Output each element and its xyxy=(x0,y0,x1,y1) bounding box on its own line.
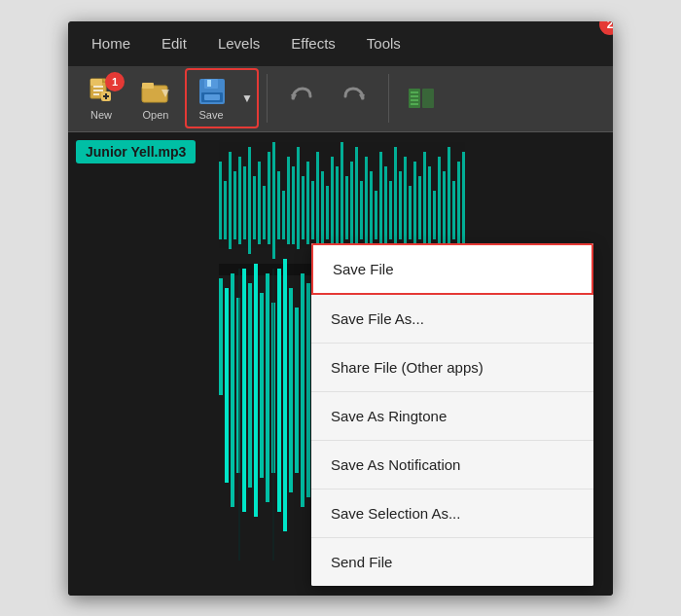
svg-rect-59 xyxy=(379,152,382,254)
svg-rect-54 xyxy=(355,147,358,244)
svg-rect-61 xyxy=(389,181,392,239)
app-window: Home Edit Levels Effects Tools 1 xyxy=(68,21,613,596)
waveform-area: Junior Yell.mp3 xyxy=(68,132,613,596)
redo-icon xyxy=(340,83,371,114)
dropdown-save-as-notification[interactable]: Save As Notification xyxy=(311,441,593,489)
toolbar-separator xyxy=(267,74,268,123)
svg-rect-32 xyxy=(248,147,251,254)
svg-rect-90 xyxy=(289,288,293,492)
svg-rect-86 xyxy=(266,273,269,502)
svg-rect-52 xyxy=(345,176,348,239)
svg-rect-37 xyxy=(272,142,275,259)
svg-rect-55 xyxy=(360,181,363,239)
save-dropdown-menu: Save File Save File As... Share File (Ot… xyxy=(311,243,593,586)
svg-rect-39 xyxy=(282,191,285,239)
svg-rect-35 xyxy=(263,186,266,239)
save-button-wrapper: Save ▼ 2 xyxy=(185,68,259,128)
svg-rect-60 xyxy=(384,166,387,244)
svg-rect-88 xyxy=(277,269,281,512)
redo-button[interactable] xyxy=(330,77,380,120)
svg-rect-65 xyxy=(409,186,412,239)
svg-rect-41 xyxy=(292,166,295,244)
svg-rect-66 xyxy=(413,162,416,244)
svg-rect-14 xyxy=(207,80,211,87)
svg-rect-70 xyxy=(433,191,436,239)
menu-edit[interactable]: Edit xyxy=(148,29,200,57)
svg-rect-67 xyxy=(418,176,421,239)
svg-rect-57 xyxy=(370,171,373,244)
svg-rect-45 xyxy=(311,181,314,239)
extra-icon xyxy=(407,83,438,114)
svg-rect-53 xyxy=(350,162,353,244)
svg-rect-83 xyxy=(248,283,252,488)
svg-rect-58 xyxy=(375,191,377,239)
svg-rect-10 xyxy=(142,83,154,89)
svg-rect-56 xyxy=(365,157,368,244)
svg-rect-71 xyxy=(438,157,441,244)
svg-rect-62 xyxy=(394,147,397,254)
dropdown-save-file-as[interactable]: Save File As... xyxy=(311,295,593,344)
new-button[interactable]: 1 New xyxy=(76,70,126,127)
dropdown-save-file[interactable]: Save File xyxy=(311,243,593,295)
svg-rect-80 xyxy=(231,273,234,507)
step1-badge: 1 xyxy=(105,72,125,91)
svg-rect-43 xyxy=(302,176,305,239)
extra-button[interactable] xyxy=(397,77,448,120)
menu-tools[interactable]: Tools xyxy=(353,29,414,57)
svg-rect-44 xyxy=(306,162,309,244)
dropdown-save-selection-as[interactable]: Save Selection As... xyxy=(311,489,593,538)
svg-rect-82 xyxy=(242,269,246,512)
open-icon xyxy=(140,76,171,107)
svg-rect-34 xyxy=(258,162,261,244)
save-button[interactable]: Save xyxy=(187,70,237,127)
svg-rect-91 xyxy=(295,308,299,473)
menu-effects[interactable]: Effects xyxy=(277,29,349,57)
menu-levels[interactable]: Levels xyxy=(204,29,273,57)
new-label: New xyxy=(90,109,112,121)
svg-rect-28 xyxy=(229,152,232,249)
svg-rect-92 xyxy=(301,273,305,507)
svg-rect-72 xyxy=(443,171,446,244)
svg-rect-51 xyxy=(340,142,343,259)
undo-icon xyxy=(285,83,316,114)
dropdown-send-file[interactable]: Send File xyxy=(311,538,593,586)
svg-rect-73 xyxy=(448,147,450,254)
svg-rect-63 xyxy=(399,171,402,239)
svg-rect-47 xyxy=(321,171,324,244)
menu-bar: Home Edit Levels Effects Tools xyxy=(68,21,613,66)
svg-rect-49 xyxy=(331,157,334,244)
dropdown-save-as-ringtone[interactable]: Save As Ringtone xyxy=(311,392,593,441)
toolbar-separator-2 xyxy=(388,74,389,123)
svg-rect-33 xyxy=(253,176,256,239)
svg-rect-78 xyxy=(219,278,223,395)
open-button[interactable]: Open xyxy=(130,70,181,127)
svg-rect-40 xyxy=(287,157,290,244)
svg-rect-1 xyxy=(90,79,102,86)
svg-rect-36 xyxy=(268,152,270,244)
svg-rect-50 xyxy=(336,166,339,244)
svg-rect-89 xyxy=(283,259,287,531)
svg-rect-46 xyxy=(316,152,319,249)
svg-rect-30 xyxy=(238,157,241,244)
svg-rect-120 xyxy=(238,269,240,561)
toolbar: 1 New xyxy=(68,66,613,132)
save-dropdown-arrow[interactable]: ▼ 2 xyxy=(237,91,257,105)
svg-rect-75 xyxy=(457,162,460,244)
save-icon xyxy=(197,76,228,107)
svg-rect-121 xyxy=(272,269,274,561)
svg-rect-31 xyxy=(243,166,246,239)
undo-button[interactable] xyxy=(275,77,326,120)
menu-home[interactable]: Home xyxy=(78,29,144,57)
svg-rect-20 xyxy=(422,89,434,108)
svg-rect-76 xyxy=(462,152,465,249)
svg-rect-69 xyxy=(428,166,431,244)
svg-rect-27 xyxy=(224,181,227,239)
svg-rect-38 xyxy=(277,171,280,239)
open-label: Open xyxy=(143,109,169,121)
svg-rect-26 xyxy=(219,162,222,239)
svg-rect-48 xyxy=(326,186,329,239)
dropdown-share-file[interactable]: Share File (Other apps) xyxy=(311,344,593,392)
save-label: Save xyxy=(198,109,223,121)
svg-rect-29 xyxy=(233,171,236,239)
svg-rect-19 xyxy=(409,89,420,108)
